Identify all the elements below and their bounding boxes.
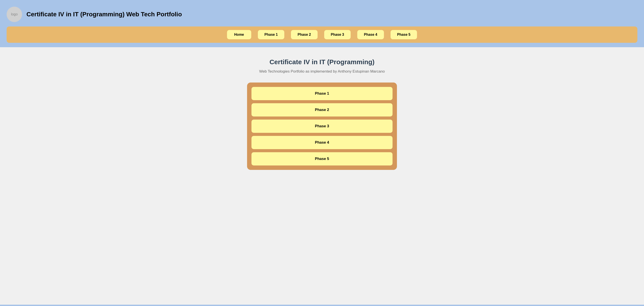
phase2-button[interactable]: Phase 2 — [252, 103, 392, 117]
logo-text: logo — [11, 12, 18, 16]
main-content: Certificate IV in IT (Programming) Web T… — [0, 47, 644, 181]
nav-phase4-button[interactable]: Phase 4 — [357, 30, 384, 39]
phase4-button[interactable]: Phase 4 — [252, 136, 392, 149]
phase3-button[interactable]: Phase 3 — [252, 120, 392, 133]
page-subtitle: Web Technologies Portfolio as implemente… — [259, 69, 385, 74]
logo: logo — [6, 7, 22, 22]
phase1-button[interactable]: Phase 1 — [252, 87, 392, 100]
nav-phase2-button[interactable]: Phase 2 — [291, 30, 317, 39]
nav-phase5-button[interactable]: Phase 5 — [390, 30, 417, 39]
phase-container: Phase 1 Phase 2 Phase 3 Phase 4 Phase 5 — [247, 83, 397, 170]
bottom-border-line — [0, 305, 644, 306]
phase5-button[interactable]: Phase 5 — [252, 152, 392, 165]
nav-phase3-button[interactable]: Phase 3 — [324, 30, 351, 39]
header-top: logo Certificate IV in IT (Programming) … — [6, 7, 638, 22]
header: logo Certificate IV in IT (Programming) … — [0, 0, 644, 47]
header-title: Certificate IV in IT (Programming) Web T… — [26, 11, 182, 18]
nav-home-button[interactable]: Home — [227, 30, 251, 39]
nav-phase1-button[interactable]: Phase 1 — [258, 30, 284, 39]
nav-bar: Home Phase 1 Phase 2 Phase 3 Phase 4 Pha… — [6, 27, 638, 43]
page-title: Certificate IV in IT (Programming) — [270, 58, 375, 66]
